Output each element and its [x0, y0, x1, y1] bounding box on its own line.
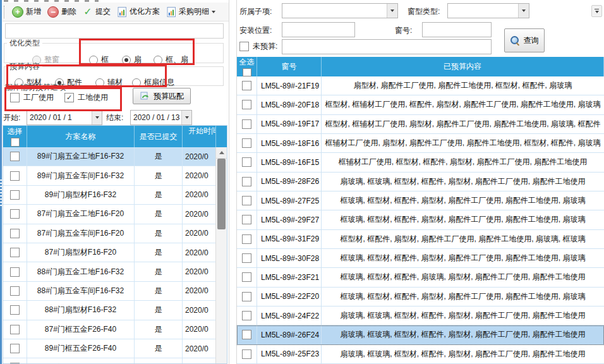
window-no-cell: LM5L-89#-24F22 — [257, 306, 322, 325]
row-checkbox[interactable] — [10, 209, 20, 219]
budget-match-button[interactable]: 预算匹配 — [133, 88, 191, 104]
row-checkbox[interactable] — [10, 229, 20, 238]
add-icon: + — [12, 6, 23, 18]
row-checkbox[interactable] — [10, 152, 20, 161]
row-checkbox[interactable] — [242, 272, 251, 282]
row-checkbox[interactable] — [242, 119, 251, 129]
table-row[interactable]: 88#门扇五金工地F16-F32 是 2020/0 — [3, 262, 216, 281]
row-checkbox[interactable] — [242, 311, 251, 320]
row-checkbox[interactable] — [242, 177, 251, 186]
table-row[interactable]: LM5L-89#-25F23 扇玻璃, 框玻璃, 框型材, 框配件, 扇型材, … — [237, 345, 604, 364]
start-date-cell: 2020/0 — [183, 301, 216, 319]
table-row[interactable]: LM5L-89#-21F19 扇型材, 扇配件工厂使用, 扇配件工地使用, 框型… — [237, 76, 604, 95]
query-button[interactable]: 查询 — [504, 28, 545, 52]
window-type-combobox[interactable] — [447, 3, 529, 18]
table-row[interactable]: 87#门扇型材F16-F20 是 2020/0 — [3, 243, 216, 262]
checkbox-factory-use[interactable]: 工厂使用 — [10, 92, 54, 103]
chevron-down-icon[interactable] — [518, 4, 529, 18]
add-button-label: 新增 — [26, 6, 41, 17]
chevron-down-icon[interactable] — [181, 111, 191, 124]
sub-item-combobox[interactable] — [282, 3, 398, 18]
table-row[interactable]: 89#门扇型材F16-F32 是 2020/0 — [3, 186, 216, 205]
table-row[interactable]: LM5L-89#-26F24 扇玻璃, 框玻璃, 框型材, 框配件, 扇型材, … — [237, 325, 604, 344]
table-row[interactable]: 87#门框五金F26-F40 是 2020/0 — [3, 320, 216, 339]
row-checkbox[interactable] — [10, 305, 20, 315]
plan-name-cell: 87#门扇五金工地F16-F20 — [27, 205, 135, 223]
table-row[interactable]: LM5L-89#-18F16 框辅材工厂使用, 扇型材, 扇配件工厂使用, 扇配… — [237, 134, 604, 153]
row-checkbox[interactable] — [10, 344, 20, 353]
window-no-cell: LM5L-89#-22F20 — [257, 288, 322, 306]
table-row[interactable]: LM5L-89#-30F28 框玻璃, 框型材, 框配件, 扇型材, 扇配件工厂… — [237, 249, 604, 268]
select-all-checkbox[interactable] — [11, 138, 20, 147]
table-row[interactable]: 89#门扇五金工地F16-F32 是 2020/0 — [3, 147, 216, 166]
row-checkbox[interactable] — [10, 325, 20, 334]
table-row[interactable]: 88#门扇型材F16-F32 是 2020/0 — [3, 301, 216, 320]
table-row[interactable]: LM5L-89#-22F20 框玻璃, 框型材, 框配件, 扇型材, 扇配件工厂… — [237, 288, 604, 306]
row-checkbox[interactable] — [10, 267, 20, 277]
select-all-checkbox[interactable] — [243, 68, 251, 76]
checkbox-unbudgeted[interactable]: 未预算: — [239, 41, 277, 52]
table-row[interactable]: 88#门框五金F21-F40 是 2020/0 — [3, 358, 216, 363]
table-row[interactable]: 88#门扇五金车间F16-F32 是 2020/0 — [3, 282, 216, 301]
header-plan-name: 方案名称 — [27, 126, 135, 147]
row-checkbox[interactable] — [242, 100, 251, 109]
table-row[interactable]: LM5L-89#-20F18 框型材, 框辅材工厂使用, 框配件, 扇型材, 扇… — [237, 95, 604, 114]
vertical-scrollbar[interactable] — [215, 147, 227, 363]
table-row[interactable]: LM5L-89#-28F26 扇玻璃, 框玻璃, 框型材, 框配件, 扇型材, … — [237, 173, 604, 191]
optimize-plan-button[interactable]: 优化方案 — [114, 4, 163, 19]
install-location-input[interactable] — [282, 22, 355, 37]
window-no-input[interactable] — [422, 22, 492, 37]
table-row[interactable]: LM5L-89#-27F25 框玻璃, 框型材, 框配件, 扇型材, 扇配件工厂… — [237, 191, 604, 210]
table-row[interactable]: 89#门扇五金车间F16-F32 是 2020/0 — [3, 166, 216, 185]
unbudgeted-input[interactable] — [282, 39, 492, 54]
table-row[interactable]: 89#门框五金F26-F40 是 2020/0 — [3, 339, 216, 358]
table-row[interactable]: LM5L-89#-23F21 框玻璃, 框型材, 框配件, 扇玻璃, 扇型材, … — [237, 268, 604, 287]
table-row[interactable]: 87#门扇五金车间F16-F20 是 2020/0 — [3, 224, 216, 243]
table-row[interactable]: LM5L-89#-19F17 框型材, 框辅材工厂使用, 扇型材, 扇配件工厂使… — [237, 115, 604, 134]
row-checkbox[interactable] — [10, 190, 20, 200]
end-date-picker[interactable]: 2020 / 01 / 13 — [130, 110, 192, 125]
row-checkbox[interactable] — [10, 286, 20, 296]
header-budgeted-content: 已预算内容 — [322, 57, 604, 76]
chevron-down-icon[interactable] — [387, 4, 397, 18]
row-checkbox[interactable] — [10, 171, 20, 181]
table-row[interactable]: 87#门扇五金工地F16-F20 是 2020/0 — [3, 205, 216, 224]
row-checkbox[interactable] — [242, 196, 251, 205]
row-checkbox[interactable] — [10, 248, 20, 257]
plan-table-header: 选择 方案名称 是否已提交 开始时间 — [3, 126, 227, 147]
row-checkbox[interactable] — [242, 292, 251, 301]
row-checkbox[interactable] — [242, 330, 251, 339]
row-checkbox[interactable] — [242, 234, 251, 244]
start-date-picker[interactable]: 2020 / 01 / 1 — [27, 110, 102, 125]
submitted-cell: 是 — [135, 224, 183, 243]
opt-type-group-label: 优化类型 — [7, 38, 42, 49]
table-row[interactable]: LM5L-89#-31F29 框型材, 框配件, 扇型材, 扇配件工厂使用, 扇… — [237, 230, 604, 249]
row-checkbox[interactable] — [242, 81, 251, 90]
table-row[interactable]: LM5L-89#-24F22 扇玻璃, 框玻璃, 框型材, 框配件, 扇型材, … — [237, 306, 604, 325]
chevron-down-icon[interactable] — [92, 111, 102, 124]
start-date-cell: 2020/0 — [183, 262, 216, 281]
delete-button[interactable]: − 删除 — [44, 4, 80, 20]
purchase-detail-button[interactable]: 采购明细 — [163, 4, 219, 19]
scrollbar-thumb[interactable] — [217, 159, 226, 229]
splitter-grip[interactable] — [0, 179, 2, 207]
row-checkbox[interactable] — [242, 138, 251, 148]
table-row[interactable]: LM5L-89#-29F27 框玻璃, 框型材, 框配件, 扇型材, 扇配件工厂… — [237, 210, 604, 229]
row-checkbox[interactable] — [242, 157, 251, 167]
row-checkbox[interactable] — [242, 253, 251, 263]
scroll-up-button[interactable] — [216, 147, 227, 159]
toolbar-overflow-button[interactable] — [591, 5, 602, 17]
checkbox-site-use[interactable]: ✓ 工地使用 — [64, 92, 108, 103]
table-row[interactable]: LM5L-89#-16F15 框辅材工厂使用, 框型材, 框配件, 扇型材, 扇… — [237, 153, 604, 172]
checkbox-icon — [239, 42, 249, 51]
radio-frame-sash-info[interactable]: 框扇信息 — [132, 77, 174, 88]
submit-button[interactable]: ✓ 提交 — [80, 4, 114, 19]
window-no-cell: LM5L-89#-25F23 — [257, 345, 322, 363]
add-button[interactable]: + 新增 — [9, 4, 44, 20]
row-checkbox[interactable] — [10, 363, 20, 363]
plan-table-body: 89#门扇五金工地F16-F32 是 2020/0 89#门扇五金车间F16-F… — [3, 147, 216, 363]
radio-auxiliary[interactable]: 辅材 — [95, 77, 123, 88]
plan-filter-input[interactable] — [5, 23, 224, 39]
row-checkbox[interactable] — [242, 215, 251, 224]
row-checkbox[interactable] — [242, 349, 251, 359]
